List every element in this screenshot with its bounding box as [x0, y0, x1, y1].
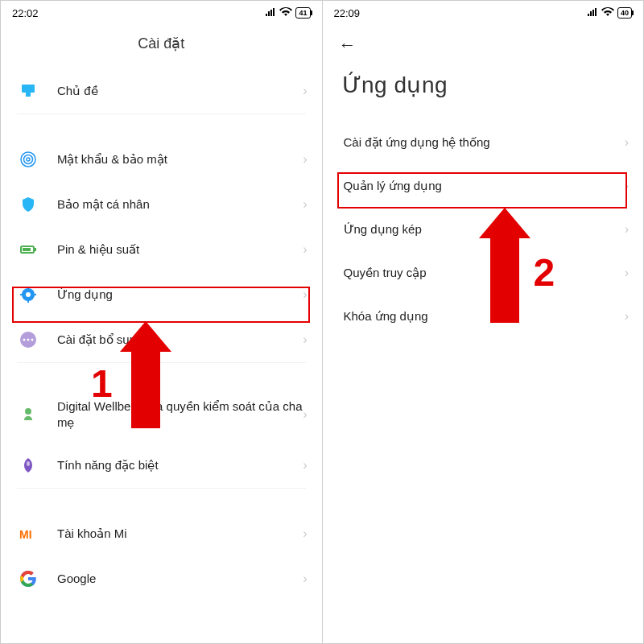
status-icons: 41 — [265, 7, 310, 19]
chevron-right-icon: › — [303, 572, 307, 586]
item-privacy[interactable]: Bảo mật cá nhân › — [1, 182, 322, 227]
item-label: Mật khẩu & bảo mật — [57, 151, 303, 167]
svg-point-17 — [31, 339, 34, 341]
item-additional-settings[interactable]: Cài đặt bổ sung › — [1, 317, 322, 362]
chevron-right-icon: › — [625, 266, 629, 280]
item-label: Google — [57, 571, 303, 587]
svg-point-4 — [27, 158, 30, 161]
chevron-right-icon: › — [303, 287, 307, 302]
svg-point-9 — [26, 292, 31, 297]
battery-perf-icon — [19, 240, 38, 259]
svg-point-3 — [24, 155, 33, 164]
chevron-right-icon: › — [625, 309, 629, 324]
item-battery-perf[interactable]: Pin & hiệu suất › — [1, 227, 322, 272]
fingerprint-icon — [19, 150, 38, 169]
item-label: Chủ đề — [57, 83, 303, 99]
gear-icon — [19, 285, 38, 304]
mi-icon: MI — [19, 524, 38, 543]
signal-icon — [587, 7, 598, 19]
chevron-right-icon: › — [303, 526, 307, 541]
svg-rect-7 — [35, 248, 36, 251]
theme-icon — [19, 81, 38, 101]
item-label: Pin & hiệu suất — [57, 242, 303, 258]
item-label: Tính năng đặc biệt — [57, 457, 303, 473]
back-button[interactable]: ← — [339, 35, 357, 56]
svg-text:MI: MI — [19, 528, 32, 541]
item-label: Cài đặt bổ sung — [57, 332, 303, 348]
chevron-right-icon: › — [303, 152, 307, 167]
screen-settings: 22:02 41 Cài đặt Chủ đề › Mật khẩu & bảo… — [1, 1, 322, 643]
item-password-security[interactable]: Mật khẩu & bảo mật › — [1, 137, 322, 182]
chevron-right-icon: › — [303, 407, 307, 422]
status-time: 22:09 — [334, 7, 361, 19]
item-apps[interactable]: Ứng dụng › — [1, 272, 322, 317]
signal-icon — [265, 7, 276, 19]
wifi-icon — [601, 7, 614, 19]
item-label: Bảo mật cá nhân — [57, 196, 303, 213]
svg-rect-11 — [27, 299, 29, 303]
item-theme[interactable]: Chủ đề › — [1, 68, 322, 114]
svg-rect-6 — [23, 248, 31, 251]
item-wellbeing[interactable]: Digital Wellbeing và quyền kiểm soát của… — [1, 386, 322, 443]
chevron-right-icon: › — [625, 135, 629, 150]
item-label: Tài khoản Mi — [57, 526, 303, 542]
svg-point-18 — [25, 408, 31, 415]
status-bar: 22:09 40 — [323, 1, 644, 23]
status-bar: 22:02 41 — [1, 1, 322, 23]
status-time: 22:02 — [12, 7, 39, 19]
battery-icon: 40 — [617, 7, 632, 19]
item-label: Ứng dụng — [57, 287, 303, 303]
svg-point-19 — [27, 461, 30, 466]
screen-apps: 22:09 40 ← Ứng dụng Cài đặt ứng dụng hệ … — [323, 1, 644, 643]
item-label: Ứng dụng kép — [344, 222, 625, 237]
svg-rect-13 — [33, 294, 36, 295]
chevron-right-icon: › — [303, 197, 307, 212]
svg-rect-10 — [27, 287, 29, 290]
item-label: Khóa ứng dụng — [344, 309, 625, 324]
special-icon — [19, 456, 38, 475]
wifi-icon — [279, 7, 292, 19]
settings-list: Chủ đề › Mật khẩu & bảo mật › Bảo mật cá… — [1, 68, 322, 601]
svg-point-15 — [23, 339, 26, 341]
status-icons: 40 — [587, 7, 632, 19]
item-mi-account[interactable]: MI Tài khoản Mi › — [1, 511, 322, 556]
svg-point-2 — [21, 152, 35, 167]
item-dual-apps[interactable]: Ứng dụng kép › — [323, 208, 644, 251]
chevron-right-icon: › — [625, 179, 629, 193]
item-manage-apps[interactable]: Quản lý ứng dụng › — [323, 164, 644, 208]
page-title: Cài đặt — [1, 23, 322, 68]
more-icon — [19, 330, 38, 349]
svg-point-16 — [27, 339, 30, 341]
svg-rect-0 — [22, 85, 35, 93]
item-google[interactable]: Google › — [1, 556, 322, 601]
shield-icon — [19, 195, 38, 214]
item-special-features[interactable]: Tính năng đặc biệt › — [1, 443, 322, 488]
apps-list: Cài đặt ứng dụng hệ thống › Quản lý ứng … — [323, 121, 644, 338]
svg-rect-1 — [26, 93, 31, 97]
item-label: Cài đặt ứng dụng hệ thống — [344, 135, 625, 150]
chevron-right-icon: › — [625, 222, 629, 237]
item-label: Quyền truy cập — [344, 266, 625, 280]
annotation-number-1: 1 — [91, 361, 113, 406]
item-permissions[interactable]: Quyền truy cập › — [323, 251, 644, 295]
chevron-right-icon: › — [303, 242, 307, 257]
page-title: Ứng dụng — [323, 56, 644, 121]
battery-icon: 41 — [295, 7, 310, 19]
svg-rect-12 — [20, 294, 23, 295]
item-app-lock[interactable]: Khóa ứng dụng › — [323, 295, 644, 338]
annotation-number-2: 2 — [534, 250, 555, 295]
item-system-app-settings[interactable]: Cài đặt ứng dụng hệ thống › — [323, 121, 644, 164]
chevron-right-icon: › — [303, 458, 307, 473]
item-label: Quản lý ứng dụng — [344, 179, 625, 193]
chevron-right-icon: › — [303, 332, 307, 347]
wellbeing-icon — [19, 405, 38, 424]
chevron-right-icon: › — [303, 84, 307, 98]
google-icon — [19, 569, 38, 588]
